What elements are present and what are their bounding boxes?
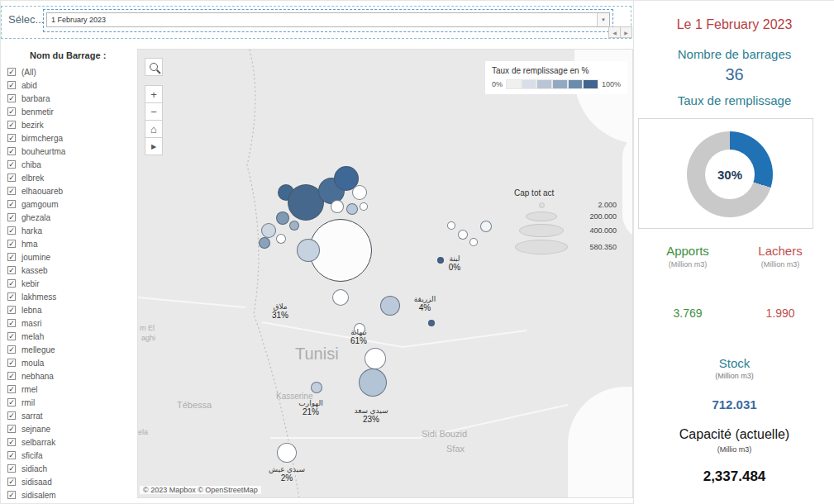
- dam-row-birmcherga[interactable]: ✓birmcherga: [7, 131, 136, 145]
- dam-row-harka[interactable]: ✓harka: [7, 224, 136, 237]
- checkbox-icon[interactable]: ✓: [7, 332, 16, 340]
- dam-bubble[interactable]: [261, 223, 276, 238]
- dam-row-benmetir[interactable]: ✓benmetir: [7, 105, 136, 118]
- checkbox-icon[interactable]: ✓: [7, 81, 16, 89]
- checkbox-icon[interactable]: ✓: [7, 174, 16, 182]
- dam-row-sejnane[interactable]: ✓sejnane: [7, 422, 136, 435]
- dam-bubble[interactable]: [297, 239, 320, 262]
- dam-row-chiba[interactable]: ✓chiba: [7, 158, 136, 171]
- checkbox-icon[interactable]: ✓: [7, 451, 16, 459]
- dam-row-lakhmess[interactable]: ✓lakhmess: [7, 290, 136, 303]
- checkbox-icon[interactable]: ✓: [7, 68, 16, 76]
- dam-bubble[interactable]: [447, 221, 455, 230]
- checkbox-icon[interactable]: ✓: [7, 398, 16, 407]
- checkbox-icon[interactable]: ✓: [7, 147, 16, 155]
- checkbox-icon[interactable]: ✓: [7, 359, 16, 367]
- dam-row-sidiach[interactable]: ✓sidiach: [7, 462, 136, 475]
- dam-bubble[interactable]: [365, 348, 386, 369]
- dam-bubble[interactable]: [380, 296, 400, 316]
- checkbox-icon[interactable]: ✓: [7, 438, 16, 446]
- checkbox-icon[interactable]: ✓: [7, 121, 16, 129]
- checkbox-icon[interactable]: ✓: [7, 253, 16, 261]
- checkbox-icon[interactable]: ✓: [7, 213, 16, 221]
- dam-bubble[interactable]: [428, 320, 435, 326]
- dam-row-abid[interactable]: ✓abid: [7, 78, 136, 92]
- dam-row-sidisaad[interactable]: ✓sidisaad: [7, 475, 136, 488]
- dam-row-elhaouareb[interactable]: ✓elhaouareb: [7, 184, 136, 197]
- checkbox-icon[interactable]: ✓: [7, 240, 16, 248]
- dam-bubble[interactable]: [437, 257, 444, 264]
- dam-bubble[interactable]: [331, 200, 344, 213]
- checkbox-icon[interactable]: ✓: [7, 425, 16, 433]
- zoom-home-button[interactable]: ⌂: [145, 120, 163, 138]
- checkbox-icon[interactable]: ✓: [7, 319, 16, 327]
- checkbox-icon[interactable]: ✓: [7, 266, 16, 274]
- checkbox-icon[interactable]: ✓: [7, 134, 16, 142]
- dam-row-elbrek[interactable]: ✓elbrek: [7, 171, 136, 184]
- dam-row-bezirk[interactable]: ✓bezirk: [7, 118, 136, 131]
- checkbox-icon[interactable]: ✓: [7, 372, 16, 380]
- dam-row-mellegue[interactable]: ✓mellegue: [7, 343, 136, 356]
- dam-bubble[interactable]: [346, 203, 358, 215]
- dam-bubble[interactable]: [276, 212, 289, 225]
- dam-row-nebhana[interactable]: ✓nebhana: [7, 369, 136, 383]
- dam-bubble[interactable]: [354, 323, 365, 335]
- dam-row-rmil[interactable]: ✓rmil: [7, 396, 136, 409]
- dam-row-(All)[interactable]: ✓(All): [7, 65, 136, 78]
- dam-row-moula[interactable]: ✓moula: [7, 356, 136, 369]
- dam-row-ghezala[interactable]: ✓ghezala: [7, 211, 136, 224]
- checkbox-icon[interactable]: ✓: [7, 94, 16, 102]
- dam-bubble[interactable]: [359, 368, 387, 397]
- dam-bubble[interactable]: [480, 221, 492, 232]
- checkbox-icon[interactable]: ✓: [7, 464, 16, 473]
- checkbox-icon[interactable]: ✓: [7, 279, 16, 288]
- dam-row-sidisalem[interactable]: ✓sidisalem: [7, 488, 136, 502]
- dam-row-barbara[interactable]: ✓barbara: [7, 92, 136, 105]
- dam-bubble[interactable]: [469, 238, 478, 246]
- dam-bubble[interactable]: [289, 221, 299, 231]
- pan-tool-button[interactable]: ▶: [145, 137, 163, 155]
- dam-row-masri[interactable]: ✓masri: [7, 316, 136, 330]
- map-search-button[interactable]: [145, 58, 163, 76]
- dam-row-sficifa[interactable]: ✓sficifa: [7, 449, 136, 462]
- checkbox-icon[interactable]: ✓: [7, 200, 16, 208]
- checkbox-icon[interactable]: ✓: [7, 292, 16, 301]
- checkbox-icon[interactable]: ✓: [7, 411, 16, 420]
- checkbox-icon[interactable]: ✓: [7, 491, 16, 499]
- dam-bubble[interactable]: [259, 237, 270, 249]
- dam-row-kebir[interactable]: ✓kebir: [7, 277, 136, 290]
- dam-bubble[interactable]: [276, 234, 286, 244]
- checkbox-icon[interactable]: ✓: [7, 187, 16, 195]
- dam-row-joumine[interactable]: ✓joumine: [7, 250, 136, 264]
- dam-row-sarrat[interactable]: ✓sarrat: [7, 409, 136, 422]
- dam-bubble[interactable]: [352, 185, 367, 200]
- dam-bubble[interactable]: [277, 443, 297, 463]
- dam-row-lebna[interactable]: ✓lebna: [7, 303, 136, 316]
- dam-bubble[interactable]: [360, 202, 368, 211]
- checkbox-icon[interactable]: ✓: [7, 345, 16, 354]
- dam-row-bouheurtma[interactable]: ✓bouheurtma: [7, 145, 136, 158]
- dam-row-gamgoum[interactable]: ✓gamgoum: [7, 197, 136, 211]
- zoom-in-button[interactable]: +: [145, 85, 163, 103]
- dam-row-rmel[interactable]: ✓rmel: [7, 383, 136, 396]
- dam-bubble[interactable]: [458, 230, 468, 240]
- date-dropdown[interactable]: 1 February 2023 ▼: [46, 12, 610, 27]
- dam-bubble[interactable]: [311, 382, 322, 393]
- checkbox-icon[interactable]: ✓: [7, 160, 16, 169]
- map-canvas[interactable]: TunisiTébessaKasserineSidi BouzidSfaxm E…: [137, 49, 633, 498]
- zoom-out-button[interactable]: −: [145, 102, 163, 121]
- dam-bubble[interactable]: [332, 289, 349, 306]
- checkbox-icon[interactable]: ✓: [7, 226, 16, 235]
- dam-row-hma[interactable]: ✓hma: [7, 237, 136, 250]
- chevron-down-icon[interactable]: ▼: [597, 13, 609, 26]
- dam-row-selbarrak[interactable]: ✓selbarrak: [7, 435, 136, 449]
- date-parameter-control[interactable]: 1 February 2023 ▼: [43, 9, 613, 32]
- dam-row-melah[interactable]: ✓melah: [7, 330, 136, 343]
- checkbox-icon[interactable]: ✓: [7, 306, 16, 314]
- dam-row-kasseb[interactable]: ✓kasseb: [7, 264, 136, 277]
- scroll-right-icon[interactable]: ▶: [620, 26, 632, 38]
- scroll-left-icon[interactable]: ◀: [608, 26, 621, 38]
- checkbox-icon[interactable]: ✓: [7, 107, 16, 116]
- checkbox-icon[interactable]: ✓: [7, 478, 16, 486]
- checkbox-icon[interactable]: ✓: [7, 385, 16, 393]
